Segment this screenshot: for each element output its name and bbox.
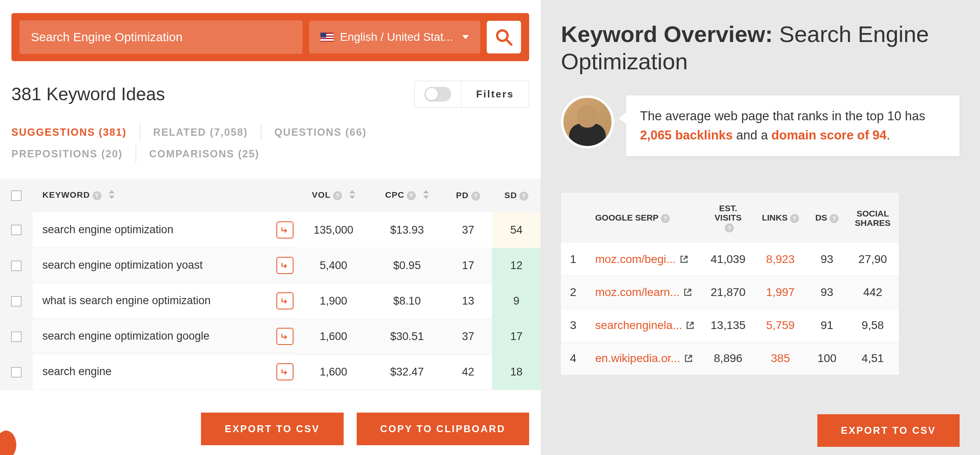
external-link-icon — [684, 288, 692, 296]
sd-header[interactable]: SD? — [492, 179, 541, 212]
social-cell: 9,58 — [847, 309, 899, 342]
help-icon[interactable]: ? — [93, 191, 102, 200]
drill-down-button[interactable] — [276, 328, 294, 345]
url-cell[interactable]: moz.com/begi... — [585, 243, 702, 276]
language-selector[interactable]: English / United Stat... — [309, 21, 480, 53]
links-cell[interactable]: 1,997 — [754, 276, 807, 309]
keyword-header-label: KEYWORD — [42, 190, 90, 199]
svg-marker-3 — [109, 196, 115, 199]
links-cell[interactable]: 5,759 — [754, 309, 807, 342]
url-cell[interactable]: searchenginela... — [585, 309, 702, 342]
pd-cell: 13 — [444, 283, 492, 319]
vol-cell: 1,600 — [297, 354, 370, 390]
pd-cell: 37 — [444, 212, 492, 248]
tip-text: and a — [733, 128, 772, 142]
filters-button[interactable]: Filters — [461, 83, 529, 106]
sd-cell: 9 — [492, 283, 541, 319]
sort-icon[interactable] — [423, 190, 429, 201]
search-bar: English / United Stat... — [11, 13, 529, 61]
toggle-knob — [426, 88, 438, 100]
tip-text: . — [887, 128, 890, 142]
tip-domain-score: domain score of 94 — [771, 128, 887, 142]
pd-cell: 42 — [444, 354, 492, 390]
drill-down-button[interactable] — [276, 221, 294, 239]
links-header[interactable]: LINKS? — [754, 193, 807, 243]
visits-header[interactable]: EST.VISITS? — [702, 193, 754, 243]
tab-2[interactable]: QUESTIONS (66) — [274, 124, 380, 141]
links-cell[interactable]: 8,923 — [754, 243, 807, 276]
help-icon[interactable]: ? — [830, 214, 839, 223]
filters-box: Filters — [414, 81, 529, 108]
row-checkbox[interactable] — [11, 331, 22, 342]
ds-header[interactable]: DS? — [807, 193, 847, 243]
keyword-search-input[interactable] — [20, 20, 302, 54]
sort-icon[interactable] — [349, 190, 355, 201]
sort-icon[interactable] — [109, 190, 115, 201]
vol-cell: 1,600 — [297, 319, 370, 354]
social-header[interactable]: SOCIALSHARES — [847, 193, 899, 243]
visits-cell: 8,896 — [702, 342, 754, 375]
drill-down-button[interactable] — [276, 363, 294, 380]
row-checkbox[interactable] — [11, 225, 22, 235]
help-icon[interactable]: ? — [519, 192, 528, 201]
tab-1[interactable]: RELATED (7,058) — [153, 124, 261, 141]
serp-table: GOOGLE SERP? EST.VISITS? LINKS? DS? SOCI… — [561, 193, 899, 375]
links-cell[interactable]: 385 — [754, 342, 807, 375]
help-icon[interactable]: ? — [471, 192, 480, 201]
svg-marker-6 — [423, 190, 429, 193]
right-panel: Keyword Overview: Search Engine Optimiza… — [541, 0, 980, 455]
sd-cell: 18 — [492, 354, 541, 390]
help-icon[interactable]: ? — [725, 223, 734, 232]
checkbox-cell — [0, 248, 33, 283]
row-checkbox[interactable] — [11, 261, 22, 271]
url-cell[interactable]: en.wikipedia.or... — [585, 342, 702, 375]
external-link-icon — [680, 255, 688, 263]
svg-marker-5 — [349, 196, 355, 199]
social-cell: 27,90 — [847, 243, 899, 276]
drill-down-button[interactable] — [276, 257, 294, 274]
url-text: moz.com/begi... — [595, 253, 676, 266]
keyword-tabs: SUGGESTIONS (381)RELATED (7,058)QUESTION… — [11, 124, 529, 167]
url-cell[interactable]: moz.com/learn... — [585, 276, 702, 309]
tip-backlinks: 2,065 backlinks — [640, 128, 733, 142]
language-label: English / United Stat... — [340, 31, 453, 44]
rank-cell: 1 — [561, 243, 585, 276]
help-icon[interactable]: ? — [661, 214, 670, 223]
search-button[interactable] — [487, 21, 521, 53]
export-csv-button[interactable]: EXPORT TO CSV — [201, 413, 343, 445]
serp-header[interactable]: GOOGLE SERP? — [585, 193, 702, 243]
chevron-down-icon — [462, 35, 469, 39]
help-icon[interactable]: ? — [333, 191, 342, 200]
cpc-header-label: CPC — [385, 190, 404, 199]
ds-cell: 100 — [807, 342, 847, 375]
overview-title: Keyword Overview: Search Engine Optimiza… — [541, 20, 980, 75]
keyword-cell: search engine optimization yoast — [33, 248, 297, 283]
tip-text: The average web page that ranks in the t… — [640, 109, 925, 123]
checkbox-cell — [0, 319, 33, 354]
row-checkbox[interactable] — [11, 296, 22, 307]
visits-cell: 13,135 — [702, 309, 754, 342]
help-icon[interactable]: ? — [790, 214, 799, 223]
copy-clipboard-button[interactable]: COPY TO CLIPBOARD — [357, 413, 529, 445]
drill-down-button[interactable] — [276, 292, 294, 309]
keyword-header[interactable]: KEYWORD? — [33, 179, 297, 212]
ideas-header: 381 Keyword Ideas Filters — [11, 81, 529, 108]
select-all-checkbox[interactable] — [11, 190, 22, 201]
filter-toggle[interactable] — [424, 87, 451, 102]
keyword-table: KEYWORD? VOL? CPC? PD? SD? search engine… — [0, 179, 541, 390]
vol-cell: 1,900 — [297, 283, 370, 319]
cpc-cell: $13.93 — [370, 212, 444, 248]
help-icon[interactable]: ? — [407, 191, 416, 200]
export-csv-button-right[interactable]: EXPORT TO CSV — [817, 414, 960, 447]
keyword-text: search engine optimization google — [42, 329, 271, 343]
tip-box: The average web page that ranks in the t… — [561, 95, 960, 156]
cpc-header[interactable]: CPC? — [370, 179, 444, 212]
svg-marker-2 — [109, 190, 115, 193]
tab-0[interactable]: SUGGESTIONS (381) — [11, 124, 140, 141]
vol-header[interactable]: VOL? — [297, 179, 370, 212]
cpc-cell: $8.10 — [370, 283, 444, 319]
pd-header[interactable]: PD? — [444, 179, 492, 212]
row-checkbox[interactable] — [11, 367, 22, 378]
tab-4[interactable]: COMPARISONS (25) — [149, 146, 272, 162]
tab-3[interactable]: PREPOSITIONS (20) — [11, 146, 136, 162]
